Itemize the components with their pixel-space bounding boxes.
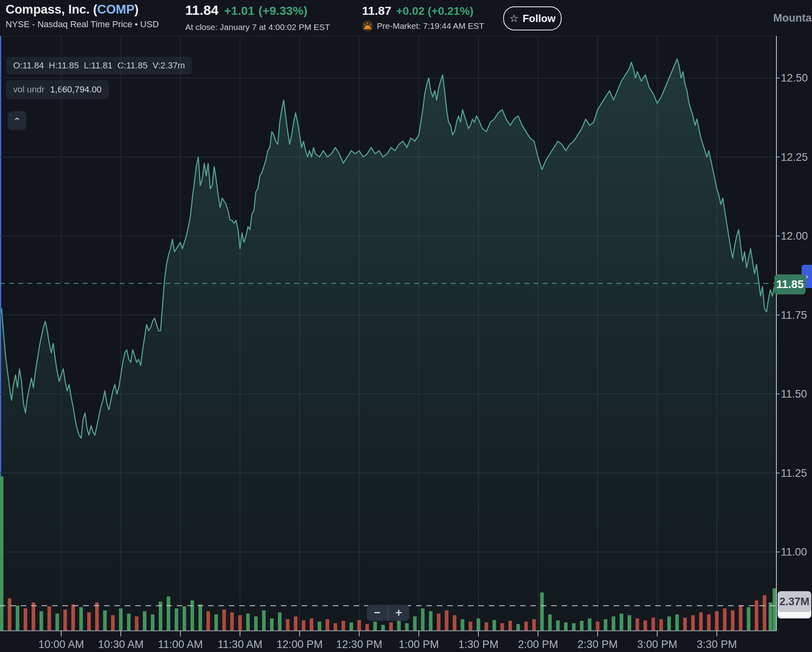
volume-bar	[103, 610, 107, 630]
volume-bar	[119, 608, 123, 630]
volume-bar	[175, 608, 178, 630]
volume-bar	[628, 615, 631, 630]
volume-bar	[246, 614, 250, 630]
volume-bar	[763, 595, 766, 630]
volume-bar	[421, 608, 424, 630]
zoom-out-button[interactable]: −	[367, 605, 388, 621]
x-axis-label: 12:30 PM	[336, 638, 382, 651]
volume-bar	[198, 604, 202, 630]
volume-bar	[620, 614, 623, 630]
x-axis-label: 2:30 PM	[578, 638, 618, 651]
x-axis-label: 11:30 AM	[218, 638, 262, 651]
volume-bar	[508, 621, 512, 630]
volume-bar	[492, 620, 496, 630]
volume-bar	[254, 616, 258, 630]
stock-chart-screen: Compass, Inc. (COMP) NYSE - Nasdaq Real …	[0, 0, 812, 652]
volume-bar	[40, 611, 43, 630]
volume-bar	[675, 614, 679, 630]
volume-bar	[580, 621, 584, 630]
volume-bar	[79, 607, 83, 630]
volume-bar	[151, 614, 154, 630]
volume-bar	[659, 619, 663, 630]
volume-bar	[588, 618, 592, 630]
volume-bar	[182, 606, 186, 630]
volume-bar	[564, 622, 568, 630]
volume-bar	[731, 610, 734, 630]
volume-bar	[278, 612, 282, 630]
volume-bar	[56, 614, 59, 630]
volume-bar	[230, 612, 234, 630]
current-price-badge: 11.85	[774, 274, 806, 294]
volume-bar	[32, 602, 35, 630]
volume-bar	[24, 608, 27, 630]
volume-bar	[532, 619, 536, 630]
volume-bar	[739, 606, 742, 630]
volume-bar	[413, 616, 417, 630]
volume-bar	[477, 618, 480, 630]
zoom-in-button[interactable]: +	[388, 605, 409, 621]
price-area-fill	[2, 59, 776, 631]
volume-bar	[652, 618, 655, 630]
volume-bar	[48, 606, 51, 630]
volume-bar	[524, 622, 528, 630]
volume-bar	[405, 623, 409, 630]
volume-bar	[769, 602, 772, 630]
volume-bar	[516, 624, 520, 630]
volume-bar	[389, 622, 393, 630]
last-volume-badge: 2.37M	[778, 591, 811, 612]
volume-bar	[270, 618, 274, 630]
volume-bar	[71, 604, 75, 630]
volume-bar	[286, 619, 290, 630]
volume-bar	[342, 621, 345, 630]
volume-bar	[214, 614, 218, 630]
volume-bar	[206, 611, 210, 630]
y-axis-label: 12.25	[781, 151, 808, 163]
volume-bar	[318, 622, 321, 630]
y-axis-label: 11.75	[781, 309, 807, 321]
volume-bar	[723, 608, 726, 630]
volume-bar	[445, 610, 448, 630]
x-axis-label: 3:30 PM	[697, 638, 737, 651]
volume-bar	[8, 598, 11, 630]
x-axis-label: 10:00 AM	[38, 638, 84, 651]
volume-bar	[238, 615, 242, 630]
volume-bar	[691, 615, 695, 630]
volume-bar	[773, 588, 776, 630]
y-axis-label: 11.50	[781, 388, 807, 400]
x-axis-label: 1:30 PM	[458, 638, 499, 651]
volume-bar	[190, 600, 194, 630]
volume-bar	[143, 611, 146, 630]
volume-bar	[429, 611, 432, 630]
volume-bar	[397, 620, 401, 630]
volume-bar	[326, 619, 329, 630]
x-axis-label: 2:00 PM	[518, 638, 558, 651]
x-axis-label: 11:00 AM	[158, 638, 203, 651]
volume-bar	[373, 622, 377, 630]
y-axis-label: 12.50	[781, 72, 808, 84]
volume-bar	[302, 620, 305, 630]
volume-bar	[548, 614, 552, 630]
volume-bar	[556, 620, 560, 630]
volume-bar	[63, 610, 67, 630]
volume-bar	[755, 600, 758, 630]
volume-bar	[453, 615, 456, 630]
volume-bar	[540, 592, 544, 630]
volume-bar	[127, 614, 130, 630]
y-axis-label: 11.25	[781, 467, 807, 479]
volume-bar	[437, 614, 440, 630]
volume-bar	[636, 618, 639, 630]
volume-bar	[310, 618, 313, 630]
volume-bar	[461, 619, 464, 630]
volume-bar	[596, 622, 600, 630]
volume-bar	[262, 610, 266, 630]
volume-bar	[135, 616, 138, 630]
volume-bar	[469, 622, 472, 630]
volume-bar	[350, 622, 353, 630]
volume-bar	[334, 623, 337, 630]
x-axis-label: 1:00 PM	[399, 638, 439, 651]
volume-bar	[707, 614, 711, 630]
volume-bar	[365, 624, 369, 630]
volume-bar	[87, 612, 91, 630]
price-chart-canvas[interactable]	[0, 0, 812, 652]
volume-bar	[644, 620, 647, 630]
